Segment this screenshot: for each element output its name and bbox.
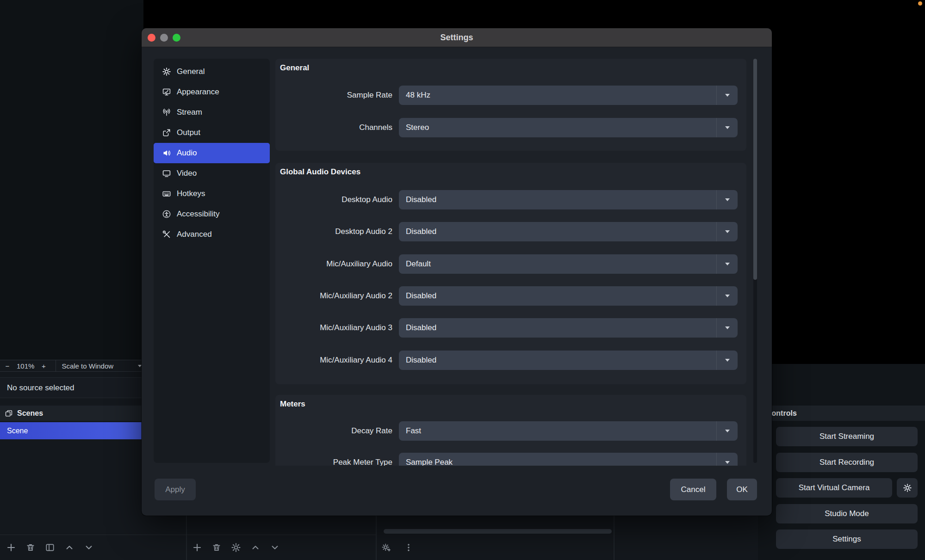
remove-source-icon[interactable] bbox=[211, 542, 222, 553]
scale-mode-select[interactable]: Scale to Window bbox=[59, 362, 138, 370]
dock-divider bbox=[614, 516, 615, 560]
sidebar-item-label: Accessibility bbox=[177, 209, 220, 219]
dialog-scrollbar[interactable] bbox=[753, 59, 757, 463]
setting-row: Decay Rate Fast bbox=[275, 421, 746, 441]
sidebar-item-label: Video bbox=[177, 169, 197, 178]
decay-rate-select[interactable]: Fast bbox=[399, 421, 738, 441]
select-value: Disabled bbox=[399, 227, 716, 236]
status-text: No source selected bbox=[7, 383, 74, 393]
chevron-down-icon[interactable] bbox=[138, 365, 142, 367]
sidebar-item-advanced[interactable]: Advanced bbox=[154, 224, 270, 245]
section-meters: Meters Decay Rate Fast Peak Meter Type S… bbox=[275, 395, 746, 466]
left-background bbox=[0, 0, 143, 364]
source-properties-gear-icon[interactable] bbox=[231, 542, 241, 553]
remove-scene-icon[interactable] bbox=[25, 542, 36, 553]
section-general: General Sample Rate 48 kHz Channels Ster… bbox=[275, 59, 746, 151]
chevron-down-icon bbox=[716, 86, 738, 105]
start-streaming-button[interactable]: Start Streaming bbox=[776, 427, 918, 446]
appearance-icon bbox=[162, 87, 171, 97]
preview-zoom-bar: − 101% + Scale to Window bbox=[0, 360, 146, 372]
settings-content: General Sample Rate 48 kHz Channels Ster… bbox=[275, 59, 746, 466]
setting-label: Sample Rate bbox=[275, 86, 392, 105]
select-value: 48 kHz bbox=[399, 91, 716, 100]
peak-meter-type-select[interactable]: Sample Peak bbox=[399, 453, 738, 466]
advanced-audio-gear-icon[interactable] bbox=[381, 542, 391, 553]
move-down-icon[interactable] bbox=[270, 542, 280, 553]
select-value: Fast bbox=[399, 426, 716, 436]
fullscreen-button[interactable] bbox=[173, 34, 180, 42]
sidebar-item-hotkeys[interactable]: Hotkeys bbox=[154, 184, 270, 204]
apply-button[interactable]: Apply bbox=[155, 479, 196, 500]
start-virtual-camera-button[interactable]: Start Virtual Camera bbox=[776, 478, 892, 498]
section-title: Meters bbox=[280, 400, 305, 409]
mic-auxiliary-audio-3-select[interactable]: Disabled bbox=[399, 318, 738, 338]
sidebar-item-label: Hotkeys bbox=[177, 189, 205, 198]
zoom-level: 101% bbox=[15, 362, 36, 370]
ok-button[interactable]: OK bbox=[727, 479, 757, 500]
cancel-button[interactable]: Cancel bbox=[670, 479, 716, 500]
desktop-audio-2-select[interactable]: Disabled bbox=[399, 222, 738, 241]
setting-label: Decay Rate bbox=[275, 421, 392, 441]
sidebar-item-general[interactable]: General bbox=[154, 62, 270, 82]
sample-rate-select[interactable]: 48 kHz bbox=[399, 86, 738, 105]
dialog-title: Settings bbox=[440, 33, 473, 43]
chevron-down-icon bbox=[716, 222, 738, 241]
sidebar-item-label: Stream bbox=[177, 108, 202, 117]
monitor-icon bbox=[162, 169, 171, 178]
studio-mode-button[interactable]: Studio Mode bbox=[776, 504, 918, 523]
controls-dock-header: Controls bbox=[758, 406, 925, 421]
chevron-down-icon bbox=[716, 351, 738, 370]
setting-row: Sample Rate 48 kHz bbox=[275, 86, 746, 105]
move-up-icon[interactable] bbox=[64, 542, 74, 553]
channels-select[interactable]: Stereo bbox=[399, 118, 738, 137]
setting-row: Channels Stereo bbox=[275, 118, 746, 137]
scrollbar-thumb[interactable] bbox=[753, 59, 757, 280]
move-up-icon[interactable] bbox=[250, 542, 261, 553]
add-source-icon[interactable] bbox=[192, 542, 202, 553]
panel-icon[interactable] bbox=[45, 542, 55, 553]
recording-indicator-dot bbox=[918, 1, 922, 6]
sidebar-item-appearance[interactable]: Appearance bbox=[154, 82, 270, 102]
tools-icon bbox=[162, 230, 171, 239]
select-value: Disabled bbox=[399, 291, 716, 301]
sidebar-item-output[interactable]: Output bbox=[154, 123, 270, 143]
setting-label: Mic/Auxiliary Audio bbox=[275, 254, 392, 274]
sidebar-item-label: Audio bbox=[177, 148, 197, 158]
zoom-out-button[interactable]: − bbox=[0, 362, 15, 370]
dialog-titlebar[interactable]: Settings bbox=[142, 28, 772, 47]
sidebar-item-accessibility[interactable]: Accessibility bbox=[154, 204, 270, 224]
stream-icon bbox=[162, 108, 171, 117]
divider bbox=[56, 360, 56, 371]
keyboard-icon bbox=[162, 189, 171, 198]
setting-row: Desktop Audio 2 Disabled bbox=[275, 222, 746, 241]
chevron-down-icon bbox=[716, 118, 738, 137]
setting-row: Mic/Auxiliary Audio Default bbox=[275, 254, 746, 274]
close-button[interactable] bbox=[148, 34, 155, 42]
mic-auxiliary-audio-2-select[interactable]: Disabled bbox=[399, 286, 738, 306]
mixer-scrollbar[interactable] bbox=[384, 529, 612, 534]
section-global-audio-devices: Global Audio Devices Desktop Audio Disab… bbox=[275, 163, 746, 384]
mic-auxiliary-audio-select[interactable]: Default bbox=[399, 254, 738, 274]
move-down-icon[interactable] bbox=[84, 542, 94, 553]
sidebar-item-audio[interactable]: Audio bbox=[154, 143, 270, 163]
chevron-down-icon bbox=[716, 421, 738, 441]
select-value: Stereo bbox=[399, 123, 716, 132]
zoom-in-button[interactable]: + bbox=[36, 362, 51, 370]
sidebar-item-stream[interactable]: Stream bbox=[154, 102, 270, 123]
kebab-menu-icon[interactable] bbox=[404, 542, 414, 553]
desktop-audio-select[interactable]: Disabled bbox=[399, 190, 738, 209]
settings-button[interactable]: Settings bbox=[776, 529, 918, 549]
start-recording-button[interactable]: Start Recording bbox=[776, 453, 918, 472]
sidebar-item-video[interactable]: Video bbox=[154, 163, 270, 184]
output-icon bbox=[162, 128, 171, 137]
add-scene-icon[interactable] bbox=[6, 542, 16, 553]
setting-label: Mic/Auxiliary Audio 2 bbox=[275, 286, 392, 306]
chevron-down-icon bbox=[716, 190, 738, 209]
setting-row: Desktop Audio Disabled bbox=[275, 190, 746, 209]
select-value: Disabled bbox=[399, 323, 716, 332]
setting-label: Mic/Auxiliary Audio 3 bbox=[275, 318, 392, 338]
virtual-camera-settings-button[interactable] bbox=[897, 478, 918, 498]
section-title: Global Audio Devices bbox=[280, 167, 360, 177]
gear-icon bbox=[162, 67, 171, 76]
mic-auxiliary-audio-4-select[interactable]: Disabled bbox=[399, 351, 738, 370]
